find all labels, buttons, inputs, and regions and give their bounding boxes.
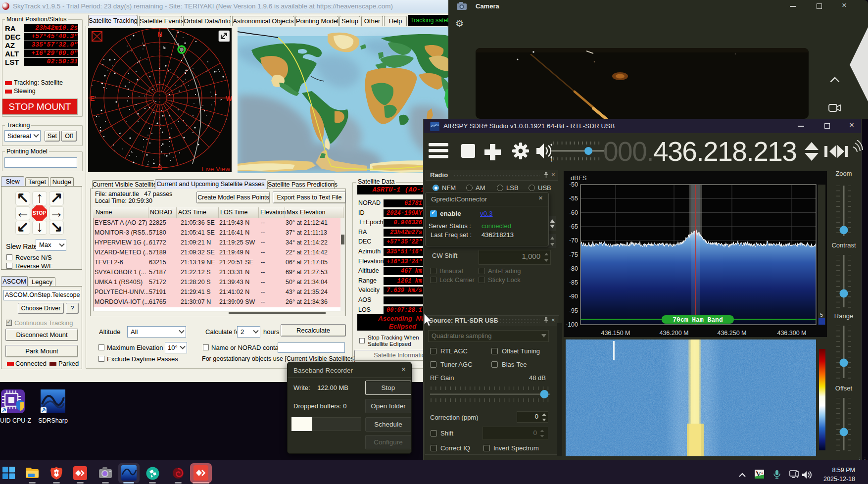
svg-text:-50: -50 (569, 181, 578, 188)
svg-text:W: W (226, 95, 232, 102)
svg-text:-85: -85 (569, 279, 578, 286)
svg-text:436.200 M: 436.200 M (659, 330, 688, 337)
svg-text:Live View: Live View (201, 165, 230, 172)
svg-text:dBFS: dBFS (571, 174, 587, 182)
svg-text:S: S (157, 164, 162, 172)
svg-text:436.250 M: 436.250 M (717, 330, 746, 337)
svg-text:E: E (90, 95, 95, 102)
svg-text:5: 5 (820, 312, 823, 318)
svg-text:-80: -80 (569, 265, 578, 272)
svg-text:-55: -55 (569, 195, 578, 202)
svg-text:-70: -70 (569, 237, 578, 244)
svg-text:-75: -75 (569, 251, 578, 258)
svg-text:-100: -100 (566, 321, 578, 328)
svg-text:436.300 M: 436.300 M (777, 330, 806, 337)
svg-text:436.150 M: 436.150 M (601, 330, 630, 337)
svg-text:-90: -90 (569, 293, 578, 300)
svg-text:70cm Ham Band: 70cm Ham Band (673, 316, 723, 324)
svg-text:-60: -60 (569, 209, 578, 216)
svg-text:N: N (157, 30, 162, 38)
svg-text:-65: -65 (569, 223, 578, 230)
svg-text:-95: -95 (569, 307, 578, 314)
